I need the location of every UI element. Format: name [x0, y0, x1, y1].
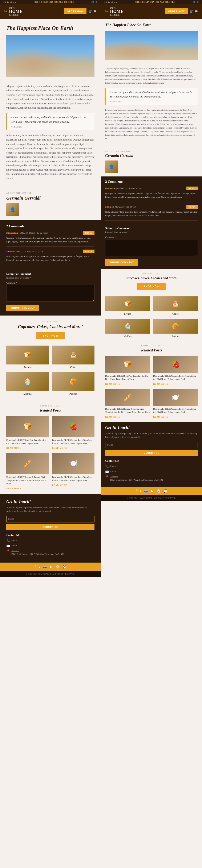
order-button[interactable]: ORDER NOW [64, 8, 86, 14]
product-image-pastries: 🥐 [52, 372, 95, 391]
submit-comment-button[interactable]: SUBMIT COMMENT [6, 305, 39, 311]
footer-youtube-icon[interactable]: ▶ [50, 565, 52, 569]
footer-snapchat-icon-r[interactable]: 👻 [157, 489, 160, 493]
logo-sub-right: BAKER [110, 14, 123, 16]
read-more-1[interactable]: READ MORE [6, 447, 21, 449]
order-button-right[interactable]: ORDER NOW [165, 8, 188, 14]
related-label-right: FROM THE BLOG [105, 345, 198, 347]
facebook-icon-r[interactable]: f [104, 1, 105, 3]
contact-phone: 📞 Phone [6, 539, 95, 542]
linkedin-icon-r[interactable]: in [108, 1, 110, 3]
phone-icon-right: 📞 [105, 465, 108, 468]
submit-comment-title: Submit a Comment [6, 273, 95, 276]
whatsapp-icon-r[interactable]: w [116, 1, 118, 3]
related-item-r3: 🥖 Download a FREE Header & Footer Divi T… [105, 389, 150, 418]
about-label: ABOUT THE AUTHOR [6, 192, 95, 194]
product-item-breads-r: 🍞 Breads [105, 297, 150, 315]
header-right-r: ORDER NOW 🛒 ☰ [165, 8, 198, 14]
youtube-icon[interactable]: yt [10, 1, 12, 3]
footer-copyright-right: © 2022 DIVI HOME BAKER. ALL RIGHT RESERV… [101, 495, 202, 501]
address-detail-right: DIVI Divi Homes HIGHWAY, San Francisco, … [110, 478, 163, 482]
hamburger-icon-right[interactable]: ☰ [195, 10, 198, 13]
footer-instagram-icon-r[interactable]: 📷 [144, 489, 148, 493]
footer-whatsapp-icon-r[interactable]: 💬 [164, 489, 167, 493]
footer-facebook-icon[interactable]: f [34, 565, 35, 568]
site-header-right: ✂ DIVI HOME BAKER ORDER NOW 🛒 ☰ [101, 4, 202, 19]
footer-instagram-icon[interactable]: 📷 [43, 565, 47, 569]
facebook-icon[interactable]: f [3, 1, 4, 3]
comment-header-r2: admin on May 23, 2018 at 4:47 am REPLY [105, 205, 198, 209]
woo-section-right: WE WELCOME Cupcakes, Cakes, Cookies and … [101, 269, 202, 341]
comment-date-r2: on May 23, 2018 at 4:47 am [112, 206, 136, 208]
product-image-cakes: 🎂 [52, 346, 95, 365]
shop-now-button-right[interactable]: SHOP NOW [137, 283, 166, 290]
quote-block-right: You can design and create, and build the… [105, 88, 198, 105]
footer-copyright: © 2022 DIVI HOME BAKER. ALL RIGHT RESERV… [0, 571, 101, 577]
read-more-2[interactable]: READ MORE [52, 447, 67, 449]
language-icon[interactable]: 🌐 [91, 1, 94, 3]
related-post-title-1: Download a FREE Blog Post Template for t… [6, 439, 49, 445]
comment-author-r2: admin [105, 206, 111, 208]
footer-facebook-icon-r[interactable]: f [136, 489, 137, 493]
woo-section: WE WELCOME Cupcakes, Cakes, Cookies and … [0, 315, 101, 401]
snapchat-icon-r[interactable]: s [114, 1, 115, 3]
linkedin-icon[interactable]: in [7, 1, 9, 3]
reply-button-2[interactable]: REPLY [83, 250, 95, 253]
comment-text-1: Quisque vel leo tempus, dapibus diam sit… [6, 236, 95, 244]
footer-title: Get In Touch! [6, 499, 95, 504]
submit-button-right[interactable]: SUBMIT COMMENT [105, 259, 138, 266]
footer-twitter-icon-r[interactable]: t [140, 489, 141, 493]
cart-icon-right[interactable]: 🛒 [190, 10, 193, 13]
youtube-icon-r[interactable]: yt [111, 1, 113, 3]
menu-icon-r[interactable]: ☰ [197, 1, 199, 3]
whatsapp-icon[interactable]: w [15, 1, 17, 3]
reply-button-r2[interactable]: REPLY [186, 205, 198, 209]
read-more-3[interactable]: READ MORE [6, 487, 21, 490]
language-icon-r[interactable]: 🌐 [193, 1, 195, 3]
shop-now-button[interactable]: SHOP NOW [36, 332, 65, 339]
twitter-icon[interactable]: t [5, 1, 6, 3]
read-more-r2[interactable]: READ MORE [153, 383, 168, 385]
menu-icon[interactable]: ☰ [96, 1, 97, 3]
email-input-right[interactable] [105, 442, 198, 448]
subscribe-button[interactable]: SUBSCRIBE [6, 524, 95, 530]
reply-button-r1[interactable]: REPLY [186, 187, 198, 190]
comment-textarea-right[interactable] [105, 239, 198, 256]
nav-icons: 🛒 ☰ [89, 10, 97, 13]
top-bar-right-col: f t in yt s w FREE DELIVERY ON ALL ORDER… [101, 0, 202, 4]
footer-youtube-icon-r[interactable]: ▶ [151, 489, 153, 493]
read-more-r1[interactable]: READ MORE [105, 383, 120, 385]
logo-divi: DIVI [9, 6, 22, 9]
phone-value-right: Phone [110, 465, 116, 468]
read-more-4[interactable]: READ MORE [52, 484, 67, 486]
product-name-pastries-r: Pastries [153, 335, 198, 338]
reply-button-1[interactable]: REPLY [83, 231, 95, 235]
footer-twitter-icon[interactable]: t [39, 565, 40, 568]
cart-icon[interactable]: 🛒 [89, 10, 92, 13]
read-more-r4[interactable]: READ MORE [153, 416, 168, 418]
promo-text-right: FREE DELIVERY ON ALL ORDERS [135, 1, 175, 3]
snapchat-icon[interactable]: s [13, 1, 14, 3]
footer-snapchat-icon[interactable]: 👻 [56, 565, 59, 569]
related-item-r4: 🍽️ Download a FREE Coupon Page Template … [153, 389, 198, 418]
hamburger-icon[interactable]: ☰ [94, 10, 97, 13]
footer-whatsapp-icon[interactable]: 💬 [63, 565, 66, 569]
product-image-breads: 🍞 [6, 346, 49, 365]
product-item-muffins: 🧁 Muffins [6, 372, 49, 396]
product-name-muffins-r: Muffins [105, 335, 150, 338]
comment-textarea[interactable] [6, 285, 95, 302]
twitter-icon-r[interactable]: t [106, 1, 107, 3]
email-value: Email [11, 544, 17, 547]
related-item-2: 🍓 Download a FREE Coupon Page Template f… [52, 416, 95, 450]
comment-date-r1: on May 23, 2018 at 4:13 am [118, 187, 141, 189]
comments-section-right: 2 Comments Kimberling on May 23, 2018 at… [101, 177, 202, 227]
article-paragraph-1: Aliquam ut justo adipiscing, commodo lec… [6, 84, 95, 110]
read-more-r3[interactable]: READ MORE [105, 416, 120, 418]
contact-title: Contact Me [6, 533, 95, 537]
subscribe-button-right[interactable]: SUBSCRIBE [105, 450, 198, 456]
product-image-muffins-r: 🧁 [105, 319, 150, 334]
required-note: Required fields are marked * [6, 277, 95, 279]
article-paragraph-2: In fermentum, augue non rutrum sollicitu… [6, 133, 95, 181]
email-input[interactable] [6, 516, 95, 522]
contact-phone-right: 📞 Phone [105, 465, 198, 468]
